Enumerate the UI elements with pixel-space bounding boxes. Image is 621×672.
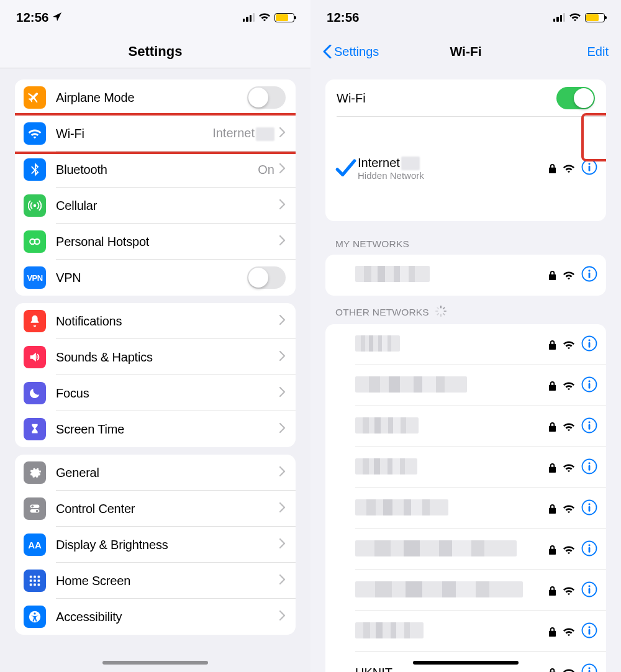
info-button[interactable] — [581, 376, 597, 395]
toggle[interactable] — [247, 86, 286, 109]
settings-row-home-screen[interactable]: Home Screen — [15, 563, 296, 599]
wifi-status-icon — [258, 10, 271, 25]
settings-row-focus[interactable]: Focus — [15, 375, 296, 411]
settings-row-display-brightness[interactable]: AADisplay & Brightness — [15, 527, 296, 563]
network-row[interactable] — [325, 324, 606, 365]
lock-icon — [548, 586, 556, 596]
back-button[interactable]: Settings — [323, 45, 379, 59]
status-time: 12:56 — [327, 10, 359, 25]
settings-row-airplane-mode[interactable]: Airplane Mode — [15, 79, 296, 116]
network-row[interactable] — [325, 447, 606, 488]
connected-network-row[interactable]: Internet Hidden Network — [325, 117, 606, 221]
network-row[interactable] — [325, 529, 606, 570]
home-indicator[interactable] — [102, 661, 208, 665]
toggle[interactable] — [247, 266, 286, 289]
settings-row-cellular[interactable]: Cellular — [15, 188, 296, 224]
aa-icon: AA — [24, 534, 46, 556]
chevron-right-icon — [279, 127, 286, 140]
row-value: Internet — [212, 126, 274, 141]
row-label: Cellular — [56, 199, 279, 213]
moon-icon — [24, 382, 46, 404]
network-row[interactable] — [325, 570, 606, 611]
lock-icon — [548, 340, 556, 350]
chevron-right-icon — [279, 387, 286, 399]
nav-bar: Settings Wi-Fi Edit — [310, 35, 621, 68]
network-row[interactable] — [325, 255, 606, 296]
settings-row-accessibility[interactable]: Accessibility — [15, 599, 296, 635]
back-label: Settings — [334, 45, 379, 59]
row-label: VPN — [56, 271, 247, 285]
row-label: Bluetooth — [56, 163, 258, 177]
info-button[interactable] — [581, 499, 597, 518]
chevron-right-icon — [279, 163, 286, 176]
chevron-right-icon — [279, 502, 286, 515]
info-button[interactable] — [581, 540, 597, 559]
settings-row-notifications[interactable]: Notifications — [15, 303, 296, 339]
settings-group-connectivity: Airplane ModeWi-FiInternetBluetoothOnCel… — [15, 79, 296, 296]
settings-group-general: GeneralControl CenterAADisplay & Brightn… — [15, 455, 296, 635]
wifi-toggle-row[interactable]: Wi-Fi — [325, 79, 606, 117]
lock-icon — [548, 504, 556, 514]
wifi-toggle[interactable] — [556, 87, 595, 109]
lock-icon — [548, 668, 556, 673]
network-row[interactable] — [325, 365, 606, 406]
row-label: Screen Time — [56, 422, 279, 437]
edit-button[interactable]: Edit — [587, 45, 609, 59]
row-label: Home Screen — [56, 574, 279, 588]
settings-row-wi-fi[interactable]: Wi-FiInternet — [15, 116, 296, 152]
row-label: Accessibility — [56, 610, 279, 624]
settings-row-screen-time[interactable]: Screen Time — [15, 411, 296, 447]
chevron-right-icon — [279, 611, 286, 623]
page-title: Settings — [0, 35, 310, 68]
chevron-right-icon — [279, 315, 286, 327]
settings-row-control-center[interactable]: Control Center — [15, 491, 296, 527]
connected-network-name: Internet — [358, 155, 548, 171]
cell-signal-icon — [243, 13, 255, 22]
settings-row-vpn[interactable]: VPNVPN — [15, 260, 296, 296]
highlight-info-button — [581, 113, 606, 161]
wifi-signal-icon — [563, 668, 575, 672]
lock-icon — [548, 163, 556, 174]
network-row[interactable] — [325, 488, 606, 529]
info-button[interactable] — [581, 266, 597, 284]
network-name: UKNIT — [355, 666, 548, 673]
info-button[interactable] — [581, 335, 597, 354]
network-row[interactable] — [325, 406, 606, 447]
lock-icon — [548, 463, 556, 473]
status-bar: 12:56 — [0, 0, 310, 35]
wifi-main-card: Wi-Fi Internet Hidden Network — [325, 79, 606, 221]
info-button[interactable] — [581, 159, 597, 178]
chevron-right-icon — [279, 235, 286, 248]
my-networks-list — [325, 255, 606, 296]
check-icon — [334, 122, 358, 215]
access-icon — [24, 606, 46, 628]
lock-icon — [548, 545, 556, 555]
info-button[interactable] — [581, 417, 597, 436]
grid-icon — [24, 570, 46, 592]
wifi-signal-icon — [563, 504, 575, 514]
info-button[interactable] — [581, 458, 597, 477]
spinner-icon — [435, 306, 446, 319]
cellular-icon — [24, 194, 46, 217]
connected-network-text: Internet Hidden Network — [358, 155, 548, 182]
chevron-right-icon — [279, 466, 286, 479]
switches-icon — [24, 497, 46, 520]
wifi-label: Wi-Fi — [337, 91, 556, 106]
settings-row-personal-hotspot[interactable]: Personal Hotspot — [15, 224, 296, 260]
row-label: Wi-Fi — [56, 127, 212, 141]
home-indicator[interactable] — [413, 661, 519, 665]
row-value: On — [258, 163, 274, 177]
vpn-icon: VPN — [24, 266, 46, 289]
settings-row-bluetooth[interactable]: BluetoothOn — [15, 152, 296, 188]
hotspot-icon — [24, 230, 46, 253]
info-button[interactable] — [581, 622, 597, 641]
settings-row-sounds-haptics[interactable]: Sounds & Haptics — [15, 339, 296, 375]
info-button[interactable] — [581, 663, 597, 672]
info-button[interactable] — [581, 581, 597, 600]
chevron-right-icon — [279, 423, 286, 435]
lock-icon — [548, 627, 556, 637]
airplane-icon — [24, 86, 46, 109]
network-row[interactable] — [325, 611, 606, 652]
lock-icon — [548, 270, 556, 281]
settings-row-general[interactable]: General — [15, 455, 296, 491]
